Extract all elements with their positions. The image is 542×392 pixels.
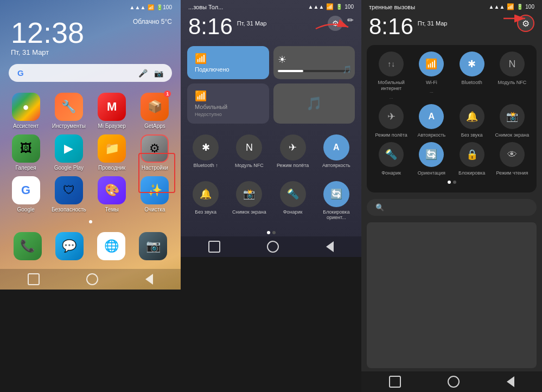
brightness-tile[interactable]: ☀ 🎵 [273,46,355,79]
app-label-google: Google [17,207,35,213]
qs-lock[interactable]: 🔒 Блокировка [454,142,490,176]
wifi-tile[interactable]: 📶 Подключено [187,46,269,79]
chrome-icon: 🌐 [104,239,119,253]
qs-flashlight[interactable]: 🔦 Фонарик [373,142,409,176]
qs-auto-brightness-label: Автояркость [417,132,445,138]
toggle-bluetooth[interactable]: ✱ Bluetooth ↑ [185,131,226,171]
home-screen-panel: ▲▲▲ 📶 🔋100 12:38 Пт, 31 Март Облачно 5°C… [0,0,181,392]
toggle-rotation[interactable]: 🔄 Блокировка ориент... [316,178,357,223]
p3-time-row: 8:16 Пт, 31 Мар ⚙ [361,11,542,42]
app-clean[interactable]: ✨ Очистка [135,176,175,213]
app-browser[interactable]: M Mi Браузер [92,93,132,129]
app-themes[interactable]: 🎨 Темы [92,176,132,213]
app-label-tools: Инструменты [52,123,86,129]
messages-icon: 💬 [62,239,76,253]
p2-battery-pct: 100 [345,4,354,10]
mobile-tile[interactable]: 📶 Мобильный Недоступно [187,83,269,124]
quick-tiles: 📶 Подключено ☀ 🎵 📶 Мобильный Недоступно … [181,42,361,128]
app-tools[interactable]: 🔧 Инструменты [48,93,89,129]
mic-icon[interactable]: 🎤 [138,69,148,78]
dot-1 [267,231,270,234]
toggle-nfc[interactable]: N Модуль NFC [228,131,270,171]
edit-icon-p2[interactable]: ✏ [347,16,354,31]
qs-nfc[interactable]: N Модуль NFC [494,52,530,100]
settings-gear-button[interactable]: ⚙ [328,16,343,31]
home-button-p3[interactable] [448,376,460,388]
home-button[interactable] [86,273,98,285]
app-label-gallery: Галерея [15,165,36,171]
toggle-flashlight[interactable]: 🔦 Фонарик [272,178,314,223]
qs-wifi-sub: ... [430,89,433,94]
bell-icon: 🔔 [200,188,212,200]
qs-bluetooth[interactable]: ✱ Bluetooth [454,52,490,100]
qs-dot-1 [448,181,451,184]
app-gallery[interactable]: 🖼 Галерея [5,134,46,171]
app-grid-row2: 🖼 Галерея ▶ Google Play 📁 Проводник ⚙ [0,134,181,176]
getapps-badge: 1 [164,91,171,97]
app-label-files: Проводник [98,165,125,171]
qs-lock-label: Блокировка [458,170,485,176]
dock-chrome[interactable]: 🌐 [93,232,130,260]
qs-nfc-icon: N [508,59,515,70]
wifi-icon-p1: 📶 [148,4,154,10]
qs-rotation[interactable]: 🔄 Ориентация [413,142,449,176]
qs-mobile-data[interactable]: ↑↓ Мобильный интернет ... [373,52,409,100]
app-files[interactable]: 📁 Проводник [92,134,132,171]
security-icon: 🛡 [63,183,75,197]
app-settings[interactable]: ⚙ Настройки [135,134,175,171]
qs-wifi[interactable]: 📶 Wi-Fi ... [413,52,449,100]
app-google[interactable]: G Google [5,176,46,213]
home-button-p2[interactable] [267,241,279,253]
toggle-screenshot[interactable]: 📸 Снимок экрана [228,178,270,223]
dock-camera[interactable]: 📷 [135,232,172,260]
qs-rotation-label: Ориентация [418,170,445,176]
auto-brightness-icon: A [333,143,340,152]
qs-silent[interactable]: 🔔 Без звука [454,104,490,138]
flashlight-icon-p2: 🔦 [287,188,299,200]
qs-airplane-label: Режим полёта [375,132,407,138]
qs-silent-icon-wrap: 🔔 [460,104,484,129]
mobile-tile-icon: 📶 [195,90,262,102]
p2-time-row: 8:16 Пт, 31 Мар ⚙ ✏ [181,11,361,42]
toggle-airplane[interactable]: ✈ Режим полёта [272,131,314,171]
app-assistant[interactable]: ● Ассистент [5,93,46,129]
app-security[interactable]: 🛡 Безопасность [48,176,89,213]
qs-screenshot[interactable]: 📸 Снимок экрана [494,104,530,138]
nav-bar-p3 [361,371,542,392]
browser-icon: M [107,100,117,114]
app-label-settings: Настройки [142,165,168,171]
qs-auto-brightness[interactable]: A Автояркость [413,104,449,138]
dock-messages[interactable]: 💬 [50,232,88,260]
p2-status-icons: ▲▲▲ 📶 🔋 100 [308,3,354,10]
qs-flashlight-icon: 🔦 [385,149,397,160]
dock-phone[interactable]: 📞 [9,232,46,260]
toggle-silent[interactable]: 🔔 Без звука [185,178,226,223]
qs-bluetooth-icon-wrap: ✱ [460,52,484,76]
recents-button-p2[interactable] [208,241,220,253]
back-button[interactable] [145,274,153,285]
app-google-play[interactable]: ▶ Google Play [48,134,89,171]
media-icon: 🎵 [306,96,322,111]
recents-button-p3[interactable] [389,376,401,388]
qs-reading[interactable]: 👁 Режим чтения [494,142,530,176]
media-tile[interactable]: 🎵 [273,83,355,124]
search-bar[interactable]: G 🎤 📷 [9,64,172,82]
back-button-p3[interactable] [507,376,514,387]
qs-bell-icon: 🔔 [466,111,478,123]
qs-search-bar[interactable]: 🔍 [367,199,537,216]
lens-icon[interactable]: 📷 [154,69,163,78]
rotation-label: Блокировка ориент... [317,209,356,220]
app-getapps[interactable]: 📦 1 GetApps [135,93,175,129]
dock: 📞 💬 🌐 📷 [0,228,181,265]
qs-airplane[interactable]: ✈ Режим полёта [373,104,409,138]
gear-icon-p3: ⚙ [522,18,530,29]
clock-date: Пт, 31 Март [11,48,170,56]
recents-button[interactable] [28,273,40,285]
qs-mobile-data-label: Мобильный интернет [373,80,409,92]
signal-icon-p1: ▲▲▲ [130,4,146,10]
qs-mobile-data-icon: ↑↓ [379,52,404,76]
flashlight-icon-wrap: 🔦 [280,181,306,207]
back-button-p2[interactable] [326,241,334,252]
toggle-auto-brightness[interactable]: A Автояркость [316,131,357,171]
p3-gear-button[interactable]: ⚙ [517,15,534,32]
